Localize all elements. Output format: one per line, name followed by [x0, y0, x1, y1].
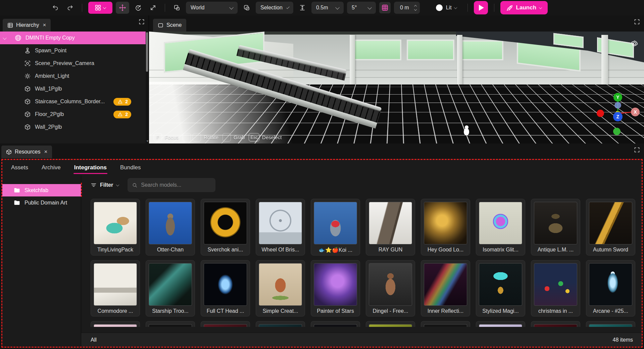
expand-panel-icon[interactable] [139, 19, 145, 25]
folder-icon [14, 199, 20, 206]
model-card[interactable]: Arcane - #25... [586, 260, 635, 316]
model-card[interactable] [586, 321, 635, 327]
rotate-snap-select[interactable]: 5° [347, 2, 376, 14]
integration-folder[interactable]: Public Domain Art [2, 196, 81, 209]
integrations-sidebar: Sketchfab Public Domain Art [2, 175, 81, 347]
model-card[interactable]: TinyLivingPack [91, 199, 140, 255]
render-mode-select[interactable]: Lit [435, 4, 457, 12]
warning-badge[interactable]: 2 [113, 98, 131, 106]
undo-button[interactable] [50, 2, 61, 13]
model-thumbnail [424, 324, 467, 327]
filter-button[interactable]: Filter [91, 182, 119, 188]
model-card[interactable]: Hey Good Lo... [421, 199, 470, 255]
model-card[interactable]: Commodore ... [91, 260, 140, 316]
hierarchy-item[interactable]: Spawn_Point [0, 44, 149, 57]
scale-tool-button[interactable] [147, 2, 159, 13]
elevation-stepper[interactable]: 0 m [394, 2, 420, 14]
duplicate-button[interactable] [171, 2, 183, 13]
model-title: Painter of Stars [314, 308, 357, 314]
model-card[interactable]: Painter of Stars [311, 260, 360, 316]
model-card[interactable] [91, 321, 140, 327]
expand-panel-icon[interactable] [634, 147, 640, 153]
tab-resources[interactable]: Resources × [1, 146, 52, 158]
models-grid: TinyLivingPack Otter-Chan Sverchok ani..… [81, 195, 642, 333]
model-card[interactable]: RAY GUN [366, 199, 415, 255]
close-icon[interactable]: × [44, 149, 47, 155]
model-thumbnail [204, 202, 247, 244]
model-thumbnail [479, 324, 522, 327]
model-card[interactable] [256, 321, 305, 327]
model-thumbnail [94, 324, 137, 327]
move-tool-button[interactable] [116, 2, 129, 14]
model-card[interactable]: Autumn Sword [586, 199, 635, 255]
model-card[interactable]: Dingel - Free... [366, 260, 415, 316]
hierarchy-item[interactable]: Ambient_Light [0, 70, 149, 82]
hierarchy-item[interactable]: Wall_2Pglb [0, 121, 149, 133]
model-card[interactable] [201, 321, 250, 327]
integration-folder[interactable]: Sketchfab [2, 184, 81, 196]
move-snap-select[interactable]: 0.5m [311, 2, 344, 14]
model-title: TinyLivingPack [94, 247, 137, 253]
model-card[interactable]: Simple Creat... [256, 260, 305, 316]
selection-mode-select[interactable]: Selection [256, 2, 293, 14]
model-card[interactable] [476, 321, 525, 327]
object-icon [24, 85, 31, 92]
model-card[interactable]: Starship Troo... [146, 260, 195, 316]
model-card[interactable] [421, 321, 470, 327]
model-card[interactable] [311, 321, 360, 327]
expand-panel-icon[interactable] [634, 19, 640, 25]
resources-tab-assets[interactable]: Assets [10, 161, 29, 175]
close-icon[interactable]: × [43, 22, 46, 28]
rotate-tool-button[interactable] [133, 2, 144, 13]
launch-button[interactable]: Launch [500, 1, 548, 14]
transform-space-select[interactable]: World [186, 2, 238, 14]
model-title: Commodore ... [94, 308, 137, 314]
resources-tab-integrations[interactable]: Integrations [73, 161, 107, 175]
footer-filter-all[interactable]: All [91, 337, 97, 343]
model-card[interactable]: Antique L.M. ... [531, 199, 580, 255]
search-input[interactable] [141, 182, 211, 188]
hierarchy-item[interactable]: Floor_2Pglb 2 [0, 108, 149, 121]
model-card[interactable]: Stylized Magi... [476, 260, 525, 316]
model-card[interactable]: Sverchok ani... [201, 199, 250, 255]
svg-text:X: X [634, 109, 637, 115]
warning-badge[interactable]: 2 [113, 111, 131, 118]
model-card[interactable] [146, 321, 195, 327]
hierarchy-item[interactable]: Scene_Preview_Camera [0, 57, 149, 70]
pivot-mode-button[interactable] [241, 2, 252, 13]
viewport-hints: F Focus Rotate Grab Esc Deselect [154, 133, 282, 141]
tab-scene[interactable]: Scene [153, 19, 186, 32]
play-button[interactable] [474, 1, 488, 14]
model-title: Sverchok ani... [204, 247, 247, 253]
viewport-settings-gear-icon[interactable] [631, 40, 639, 48]
folder-label: Public Domain Art [24, 200, 67, 206]
model-card[interactable]: Full CT Head ... [201, 260, 250, 316]
annotation-mark [81, 183, 82, 197]
scene-viewport[interactable]: F Focus Rotate Grab Esc Deselect X Y [149, 32, 644, 143]
model-card[interactable]: Inner Reflecti... [421, 260, 470, 316]
hierarchy-scrollbar[interactable]: ▼ [146, 32, 148, 143]
stepper-arrows[interactable] [414, 5, 416, 10]
asset-library-button[interactable] [88, 2, 112, 14]
model-card[interactable]: 🐟⭐🍎Koi ... [311, 199, 360, 255]
snap-vertical-button[interactable] [297, 2, 308, 13]
grid-snap-button[interactable] [379, 2, 391, 13]
model-card[interactable]: christmas in ... [531, 260, 580, 316]
tab-hierarchy[interactable]: Hierarchy × [3, 19, 51, 32]
axis-gizmo[interactable]: X Y Z [594, 91, 641, 141]
model-thumbnail [369, 263, 412, 306]
model-card[interactable] [366, 321, 415, 327]
model-card[interactable]: Otter-Chan [146, 199, 195, 255]
resources-tab-archive[interactable]: Archive [41, 161, 61, 175]
redo-button[interactable] [64, 2, 76, 13]
hierarchy-item[interactable]: Staircase_Columns_Border... 2 [0, 95, 149, 108]
tab-hierarchy-label: Hierarchy [16, 22, 39, 28]
model-card[interactable] [531, 321, 580, 327]
resources-tab-bundles[interactable]: Bundles [119, 161, 141, 175]
model-card[interactable]: Wheel Of Bris... [256, 199, 305, 255]
chevron-expanded-icon[interactable] [3, 36, 6, 40]
hierarchy-item[interactable]: Wall_1Pglb [0, 82, 149, 95]
hierarchy-root-item[interactable]: DMINTI Empty Copy [0, 32, 146, 44]
search-models-box[interactable] [128, 178, 215, 192]
model-card[interactable]: Isomatrix Glit... [476, 199, 525, 255]
